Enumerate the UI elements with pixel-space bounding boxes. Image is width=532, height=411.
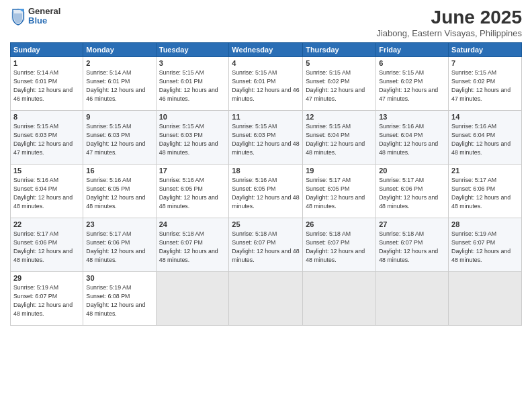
day-number: 20 bbox=[379, 167, 445, 175]
logo-blue-text: Blue bbox=[28, 16, 60, 26]
day-info: Sunrise: 5:19 AMSunset: 6:08 PMDaylight:… bbox=[86, 284, 145, 317]
day-info: Sunrise: 5:17 AMSunset: 6:05 PMDaylight:… bbox=[306, 177, 365, 210]
calendar-cell: 21 Sunrise: 5:17 AMSunset: 6:06 PMDaylig… bbox=[449, 165, 522, 218]
day-number: 9 bbox=[86, 113, 152, 121]
calendar-cell: 7 Sunrise: 5:15 AMSunset: 6:02 PMDayligh… bbox=[449, 57, 522, 111]
day-info: Sunrise: 5:18 AMSunset: 6:07 PMDaylight:… bbox=[379, 230, 438, 263]
logo-general-text: General bbox=[28, 7, 60, 16]
calendar-cell: 14 Sunrise: 5:16 AMSunset: 6:04 PMDaylig… bbox=[449, 111, 522, 165]
header: General Blue June 2025 Jiabong, Eastern … bbox=[10, 7, 522, 38]
calendar-cell bbox=[156, 272, 229, 326]
calendar-cell bbox=[229, 272, 303, 326]
logo-icon bbox=[10, 7, 26, 26]
calendar-cell: 11 Sunrise: 5:15 AMSunset: 6:03 PMDaylig… bbox=[229, 111, 303, 165]
calendar-cell: 10 Sunrise: 5:15 AMSunset: 6:03 PMDaylig… bbox=[156, 111, 229, 165]
day-number: 1 bbox=[13, 59, 80, 67]
day-info: Sunrise: 5:15 AMSunset: 6:03 PMDaylight:… bbox=[159, 123, 218, 156]
day-info: Sunrise: 5:15 AMSunset: 6:02 PMDaylight:… bbox=[306, 69, 365, 102]
day-info: Sunrise: 5:16 AMSunset: 6:05 PMDaylight:… bbox=[86, 177, 145, 210]
month-title: June 2025 bbox=[376, 7, 522, 28]
calendar-cell: 17 Sunrise: 5:16 AMSunset: 6:05 PMDaylig… bbox=[156, 165, 229, 218]
calendar-cell: 4 Sunrise: 5:15 AMSunset: 6:01 PMDayligh… bbox=[229, 57, 303, 111]
day-info: Sunrise: 5:15 AMSunset: 6:01 PMDaylight:… bbox=[232, 69, 299, 102]
day-info: Sunrise: 5:16 AMSunset: 6:05 PMDaylight:… bbox=[159, 177, 218, 210]
calendar-cell: 15 Sunrise: 5:16 AMSunset: 6:04 PMDaylig… bbox=[11, 165, 83, 218]
day-info: Sunrise: 5:14 AMSunset: 6:01 PMDaylight:… bbox=[86, 69, 145, 102]
day-number: 27 bbox=[379, 220, 445, 228]
calendar-cell: 27 Sunrise: 5:18 AMSunset: 6:07 PMDaylig… bbox=[376, 218, 449, 272]
calendar-cell: 1 Sunrise: 5:14 AMSunset: 6:01 PMDayligh… bbox=[11, 57, 83, 111]
day-number: 21 bbox=[451, 167, 519, 175]
title-block: June 2025 Jiabong, Eastern Visayas, Phil… bbox=[376, 7, 522, 38]
col-wednesday: Wednesday bbox=[229, 43, 303, 57]
calendar-cell: 6 Sunrise: 5:15 AMSunset: 6:02 PMDayligh… bbox=[376, 57, 449, 111]
page: General Blue June 2025 Jiabong, Eastern … bbox=[0, 0, 532, 411]
calendar-cell: 25 Sunrise: 5:18 AMSunset: 6:07 PMDaylig… bbox=[229, 218, 303, 272]
day-info: Sunrise: 5:15 AMSunset: 6:03 PMDaylight:… bbox=[13, 123, 73, 156]
calendar-cell: 30 Sunrise: 5:19 AMSunset: 6:08 PMDaylig… bbox=[83, 272, 156, 326]
day-info: Sunrise: 5:18 AMSunset: 6:07 PMDaylight:… bbox=[306, 230, 365, 263]
day-number: 12 bbox=[306, 113, 373, 121]
calendar-cell: 13 Sunrise: 5:16 AMSunset: 6:04 PMDaylig… bbox=[376, 111, 449, 165]
day-number: 7 bbox=[451, 59, 519, 67]
day-info: Sunrise: 5:15 AMSunset: 6:02 PMDaylight:… bbox=[451, 69, 511, 102]
col-friday: Friday bbox=[376, 43, 449, 57]
day-info: Sunrise: 5:16 AMSunset: 6:04 PMDaylight:… bbox=[451, 123, 511, 156]
day-info: Sunrise: 5:16 AMSunset: 6:05 PMDaylight:… bbox=[232, 177, 299, 210]
calendar-cell: 18 Sunrise: 5:16 AMSunset: 6:05 PMDaylig… bbox=[229, 165, 303, 218]
week-row-4: 29 Sunrise: 5:19 AMSunset: 6:07 PMDaylig… bbox=[11, 272, 522, 326]
logo: General Blue bbox=[10, 7, 60, 26]
day-info: Sunrise: 5:15 AMSunset: 6:01 PMDaylight:… bbox=[159, 69, 218, 102]
day-number: 5 bbox=[306, 59, 373, 67]
calendar-cell: 24 Sunrise: 5:18 AMSunset: 6:07 PMDaylig… bbox=[156, 218, 229, 272]
logo-text: General Blue bbox=[28, 7, 60, 26]
day-number: 14 bbox=[451, 113, 519, 121]
week-row-0: 1 Sunrise: 5:14 AMSunset: 6:01 PMDayligh… bbox=[11, 57, 522, 111]
calendar-cell bbox=[376, 272, 449, 326]
day-info: Sunrise: 5:17 AMSunset: 6:06 PMDaylight:… bbox=[13, 230, 73, 263]
col-monday: Monday bbox=[83, 43, 156, 57]
day-info: Sunrise: 5:17 AMSunset: 6:06 PMDaylight:… bbox=[451, 177, 511, 210]
day-number: 18 bbox=[232, 167, 300, 175]
calendar-cell: 3 Sunrise: 5:15 AMSunset: 6:01 PMDayligh… bbox=[156, 57, 229, 111]
calendar-cell bbox=[449, 272, 522, 326]
header-row: Sunday Monday Tuesday Wednesday Thursday… bbox=[11, 43, 522, 57]
day-info: Sunrise: 5:19 AMSunset: 6:07 PMDaylight:… bbox=[13, 284, 73, 317]
location: Jiabong, Eastern Visayas, Philippines bbox=[376, 28, 522, 38]
day-number: 11 bbox=[232, 113, 300, 121]
day-info: Sunrise: 5:18 AMSunset: 6:07 PMDaylight:… bbox=[159, 230, 218, 263]
day-number: 2 bbox=[86, 59, 152, 67]
calendar-cell: 16 Sunrise: 5:16 AMSunset: 6:05 PMDaylig… bbox=[83, 165, 156, 218]
calendar: Sunday Monday Tuesday Wednesday Thursday… bbox=[10, 42, 522, 326]
day-number: 15 bbox=[13, 167, 80, 175]
day-info: Sunrise: 5:18 AMSunset: 6:07 PMDaylight:… bbox=[232, 230, 299, 263]
day-number: 29 bbox=[13, 274, 80, 282]
day-info: Sunrise: 5:15 AMSunset: 6:02 PMDaylight:… bbox=[379, 69, 438, 102]
calendar-cell: 8 Sunrise: 5:15 AMSunset: 6:03 PMDayligh… bbox=[11, 111, 83, 165]
day-number: 22 bbox=[13, 220, 80, 228]
calendar-cell: 20 Sunrise: 5:17 AMSunset: 6:06 PMDaylig… bbox=[376, 165, 449, 218]
calendar-cell: 2 Sunrise: 5:14 AMSunset: 6:01 PMDayligh… bbox=[83, 57, 156, 111]
day-number: 28 bbox=[451, 220, 519, 228]
day-number: 6 bbox=[379, 59, 445, 67]
calendar-cell bbox=[303, 272, 376, 326]
day-info: Sunrise: 5:15 AMSunset: 6:04 PMDaylight:… bbox=[306, 123, 365, 156]
day-number: 3 bbox=[159, 59, 226, 67]
day-number: 23 bbox=[86, 220, 152, 228]
day-number: 16 bbox=[86, 167, 152, 175]
day-number: 30 bbox=[86, 274, 152, 282]
calendar-cell: 12 Sunrise: 5:15 AMSunset: 6:04 PMDaylig… bbox=[303, 111, 376, 165]
day-number: 19 bbox=[306, 167, 373, 175]
day-info: Sunrise: 5:16 AMSunset: 6:04 PMDaylight:… bbox=[379, 123, 438, 156]
calendar-cell: 5 Sunrise: 5:15 AMSunset: 6:02 PMDayligh… bbox=[303, 57, 376, 111]
calendar-cell: 19 Sunrise: 5:17 AMSunset: 6:05 PMDaylig… bbox=[303, 165, 376, 218]
day-number: 25 bbox=[232, 220, 300, 228]
calendar-cell: 28 Sunrise: 5:19 AMSunset: 6:07 PMDaylig… bbox=[449, 218, 522, 272]
col-thursday: Thursday bbox=[303, 43, 376, 57]
calendar-cell: 22 Sunrise: 5:17 AMSunset: 6:06 PMDaylig… bbox=[11, 218, 83, 272]
day-info: Sunrise: 5:16 AMSunset: 6:04 PMDaylight:… bbox=[13, 177, 73, 210]
day-info: Sunrise: 5:14 AMSunset: 6:01 PMDaylight:… bbox=[13, 69, 73, 102]
day-info: Sunrise: 5:15 AMSunset: 6:03 PMDaylight:… bbox=[86, 123, 145, 156]
calendar-cell: 9 Sunrise: 5:15 AMSunset: 6:03 PMDayligh… bbox=[83, 111, 156, 165]
day-number: 10 bbox=[159, 113, 226, 121]
